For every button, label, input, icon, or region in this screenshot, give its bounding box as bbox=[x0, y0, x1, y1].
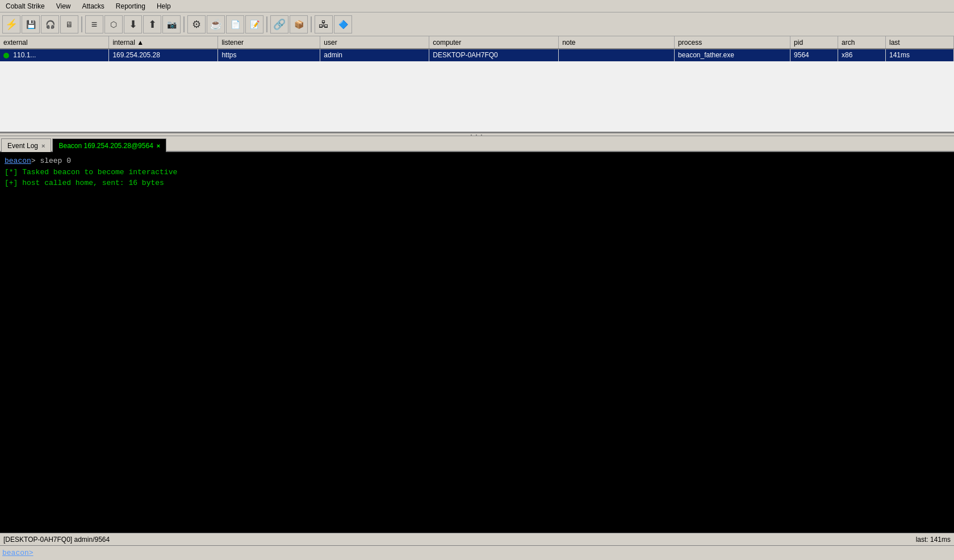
menu-view[interactable]: View bbox=[53, 2, 74, 11]
cell-user: admin bbox=[320, 49, 429, 61]
sessions-tbody: 110.1... 169.254.205.28 https admin DESK… bbox=[0, 49, 954, 61]
console-prompt-1[interactable]: beacon bbox=[5, 157, 31, 165]
cell-last: 141ms bbox=[885, 49, 953, 61]
col-header-pid[interactable]: pid bbox=[790, 36, 838, 49]
package-button[interactable]: 📦 bbox=[290, 15, 308, 33]
tab-event-log-close[interactable]: × bbox=[41, 142, 45, 149]
console-info-2: [+] host called home, sent: 16 bytes bbox=[5, 179, 164, 187]
input-prompt: beacon> bbox=[2, 549, 34, 557]
menubar: Cobalt Strike View Attacks Reporting Hel… bbox=[0, 0, 954, 12]
input-bar: beacon> bbox=[0, 545, 954, 560]
sessions-table: external internal ▲ listener user comput… bbox=[0, 36, 954, 62]
beacon-indicator bbox=[3, 53, 9, 58]
console-output[interactable]: beacon> sleep 0 [*] Tasked beacon to bec… bbox=[0, 152, 954, 533]
tab-event-log[interactable]: Event Log × bbox=[1, 138, 51, 152]
console-cmd-1: > sleep 0 bbox=[31, 157, 71, 165]
gear-button[interactable]: ⚙ bbox=[187, 15, 206, 33]
console-info-1: [*] Tasked beacon to become interactive bbox=[5, 168, 177, 176]
toolbar-sep-1 bbox=[81, 16, 82, 32]
tab-event-log-label: Event Log bbox=[7, 142, 38, 150]
status-left: [DESKTOP-0AH7FQ0] admin/9564 bbox=[3, 536, 110, 544]
screenshot-button[interactable]: 📷 bbox=[162, 15, 181, 33]
col-header-last[interactable]: last bbox=[885, 36, 953, 49]
tab-beacon-console-close[interactable]: × bbox=[157, 142, 160, 149]
cell-arch: x86 bbox=[838, 49, 886, 61]
console-area: Event Log × Beacon 169.254.205.28@9564 ×… bbox=[0, 136, 954, 560]
col-header-computer[interactable]: computer bbox=[429, 36, 559, 49]
toolbar-sep-3 bbox=[266, 16, 267, 32]
cell-external: 110.1... bbox=[0, 49, 109, 61]
doc-button[interactable]: 📄 bbox=[226, 15, 244, 33]
cell-pid: 9564 bbox=[790, 49, 838, 61]
upload-button[interactable]: ⬆ bbox=[143, 15, 161, 33]
menu-button[interactable]: ≡ bbox=[85, 15, 103, 33]
col-header-note[interactable]: note bbox=[559, 36, 675, 49]
command-input[interactable] bbox=[35, 549, 952, 557]
download-button[interactable]: ⬇ bbox=[124, 15, 142, 33]
cell-process: beacon_father.exe bbox=[675, 49, 790, 61]
cell-listener: https bbox=[218, 49, 320, 61]
status-bar: [DESKTOP-0AH7FQ0] admin/9564 last: 141ms bbox=[0, 533, 954, 545]
tab-beacon-console-label: Beacon 169.254.205.28@9564 bbox=[58, 142, 153, 150]
col-header-internal[interactable]: internal ▲ bbox=[109, 36, 218, 49]
targets-button[interactable]: 🖥 bbox=[60, 15, 78, 33]
col-header-external[interactable]: external bbox=[0, 36, 109, 49]
tab-beacon-console[interactable]: Beacon 169.254.205.28@9564 × bbox=[52, 138, 166, 152]
listeners-button[interactable]: 🎧 bbox=[41, 15, 59, 33]
menu-attacks[interactable]: Attacks bbox=[79, 2, 108, 11]
col-header-arch[interactable]: arch bbox=[838, 36, 886, 49]
col-header-listener[interactable]: listener bbox=[218, 36, 320, 49]
console-line-1: beacon> sleep 0 bbox=[5, 155, 949, 167]
col-header-process[interactable]: process bbox=[675, 36, 790, 49]
pivot-button[interactable]: ⬡ bbox=[104, 15, 123, 33]
docx-button[interactable]: 📝 bbox=[245, 15, 263, 33]
col-header-user[interactable]: user bbox=[320, 36, 429, 49]
link-button[interactable]: 🔗 bbox=[270, 15, 288, 33]
save-button[interactable]: 💾 bbox=[22, 15, 40, 33]
status-right: last: 141ms bbox=[916, 536, 951, 544]
toolbar-sep-4 bbox=[311, 16, 312, 32]
tab-bar: Event Log × Beacon 169.254.205.28@9564 × bbox=[0, 136, 954, 152]
server-button[interactable]: 🖧 bbox=[315, 15, 333, 33]
connect-button[interactable]: ⚡ bbox=[2, 15, 20, 33]
cell-internal: 169.254.205.28 bbox=[109, 49, 218, 61]
cobalt-button[interactable]: 🔷 bbox=[334, 15, 352, 33]
toolbar-sep-2 bbox=[183, 16, 185, 32]
menu-cobaltstrike[interactable]: Cobalt Strike bbox=[2, 2, 48, 11]
cell-note bbox=[559, 49, 675, 61]
console-line-3: [+] host called home, sent: 16 bytes bbox=[5, 178, 949, 189]
menu-reporting[interactable]: Reporting bbox=[112, 2, 149, 11]
cell-computer: DESKTOP-0AH7FQ0 bbox=[429, 49, 559, 61]
console-line-2: [*] Tasked beacon to become interactive bbox=[5, 167, 949, 178]
coffee-button[interactable]: ☕ bbox=[207, 15, 225, 33]
table-row[interactable]: 110.1... 169.254.205.28 https admin DESK… bbox=[0, 49, 954, 61]
menu-help[interactable]: Help bbox=[153, 2, 174, 11]
sessions-area: external internal ▲ listener user comput… bbox=[0, 36, 954, 133]
toolbar: ⚡ 💾 🎧 🖥 ≡ ⬡ ⬇ ⬆ 📷 ⚙ ☕ 📄 📝 🔗 📦 🖧 🔷 bbox=[0, 12, 954, 36]
